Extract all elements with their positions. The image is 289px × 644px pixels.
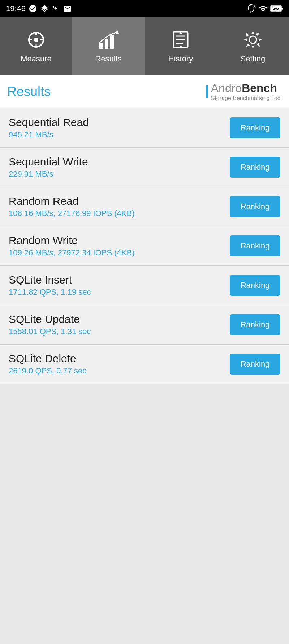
battery-icon: 100 (270, 5, 283, 13)
svg-rect-1 (281, 8, 283, 10)
result-value: 106.16 MB/s, 27176.99 IOPS (4KB) (9, 209, 135, 218)
result-name: SQLite Update (9, 313, 91, 325)
tab-history-label: History (168, 54, 193, 64)
result-sequential-write: Sequential Write 229.91 MB/s Ranking (0, 148, 289, 187)
result-info: SQLite Update 1558.01 QPS, 1.31 sec (9, 313, 91, 336)
result-value: 109.26 MB/s, 27972.34 IOPS (4KB) (9, 248, 135, 258)
tab-results[interactable]: Results (72, 17, 144, 75)
svg-rect-11 (105, 39, 108, 49)
result-name: SQLite Insert (9, 274, 91, 286)
results-icon (98, 29, 119, 51)
result-value: 945.21 MB/s (9, 130, 89, 139)
email-icon (63, 4, 72, 13)
tab-setting-label: Setting (241, 54, 266, 64)
brand-bold: Bench (242, 82, 277, 95)
nav-tabs: Measure Results History (0, 17, 289, 75)
result-info: Sequential Read 945.21 MB/s (9, 116, 89, 139)
ranking-button-sequential-read[interactable]: Ranking (230, 117, 280, 138)
layers-icon (40, 4, 49, 13)
brand-light: Andro (211, 82, 242, 95)
ranking-button-random-write[interactable]: Ranking (230, 235, 280, 256)
svg-point-20 (249, 36, 256, 43)
history-icon (170, 29, 191, 51)
tab-measure[interactable]: Measure (0, 17, 72, 75)
status-bar: 19:46 100 (0, 0, 289, 17)
usb-icon (52, 4, 60, 13)
brand-bar (206, 85, 208, 98)
bottom-space (0, 384, 289, 528)
result-info: Random Read 106.16 MB/s, 27176.99 IOPS (… (9, 195, 135, 218)
result-sequential-read: Sequential Read 945.21 MB/s Ranking (0, 108, 289, 148)
ranking-button-random-read[interactable]: Ranking (230, 196, 280, 217)
tab-setting[interactable]: Setting (217, 17, 289, 75)
brand-subtitle: Storage Benchmarking Tool (211, 95, 282, 101)
tab-results-label: Results (95, 54, 121, 64)
result-name: Sequential Read (9, 116, 89, 129)
ranking-button-sequential-write[interactable]: Ranking (230, 157, 280, 178)
screen-rotation-icon (247, 4, 256, 13)
ranking-button-sqlite-update[interactable]: Ranking (230, 314, 280, 335)
wifi-icon (258, 4, 268, 13)
svg-rect-10 (99, 43, 103, 49)
check-circle-icon (29, 4, 37, 13)
brand-logo: AndroBench Storage Benchmarking Tool (206, 82, 282, 101)
measure-icon (25, 29, 47, 51)
result-name: Random Read (9, 195, 135, 207)
result-info: Random Write 109.26 MB/s, 27972.34 IOPS … (9, 234, 135, 258)
result-value: 1711.82 QPS, 1.19 sec (9, 288, 91, 297)
result-info: Sequential Write 229.91 MB/s (9, 156, 88, 179)
status-time: 19:46 (6, 4, 26, 13)
setting-icon (242, 29, 264, 51)
ranking-button-sqlite-insert[interactable]: Ranking (230, 275, 280, 296)
ranking-button-sqlite-delete[interactable]: Ranking (230, 354, 280, 375)
svg-rect-12 (110, 35, 114, 49)
result-name: Random Write (9, 234, 135, 247)
status-left: 19:46 (6, 4, 72, 13)
svg-text:100: 100 (273, 7, 279, 10)
result-value: 1558.01 QPS, 1.31 sec (9, 327, 91, 336)
brand-name: AndroBench (211, 82, 282, 95)
result-value: 229.91 MB/s (9, 169, 88, 179)
result-sqlite-insert: SQLite Insert 1711.82 QPS, 1.19 sec Rank… (0, 266, 289, 305)
result-info: SQLite Insert 1711.82 QPS, 1.19 sec (9, 274, 91, 297)
result-info: SQLite Delete 2619.0 QPS, 0.77 sec (9, 353, 86, 376)
result-random-read: Random Read 106.16 MB/s, 27176.99 IOPS (… (0, 187, 289, 226)
results-header: Results AndroBench Storage Benchmarking … (0, 75, 289, 108)
result-sqlite-delete: SQLite Delete 2619.0 QPS, 0.77 sec Ranki… (0, 345, 289, 384)
tab-history[interactable]: History (144, 17, 217, 75)
result-value: 2619.0 QPS, 0.77 sec (9, 366, 86, 376)
status-right: 100 (247, 4, 283, 13)
result-sqlite-update: SQLite Update 1558.01 QPS, 1.31 sec Rank… (0, 305, 289, 345)
page-title: Results (7, 84, 51, 99)
brand-accent: AndroBench Storage Benchmarking Tool (206, 82, 282, 101)
results-list: Sequential Read 945.21 MB/s Ranking Sequ… (0, 108, 289, 384)
svg-point-5 (34, 38, 38, 42)
result-name: SQLite Delete (9, 353, 86, 365)
tab-measure-label: Measure (21, 54, 52, 64)
result-random-write: Random Write 109.26 MB/s, 27972.34 IOPS … (0, 226, 289, 266)
result-name: Sequential Write (9, 156, 88, 168)
